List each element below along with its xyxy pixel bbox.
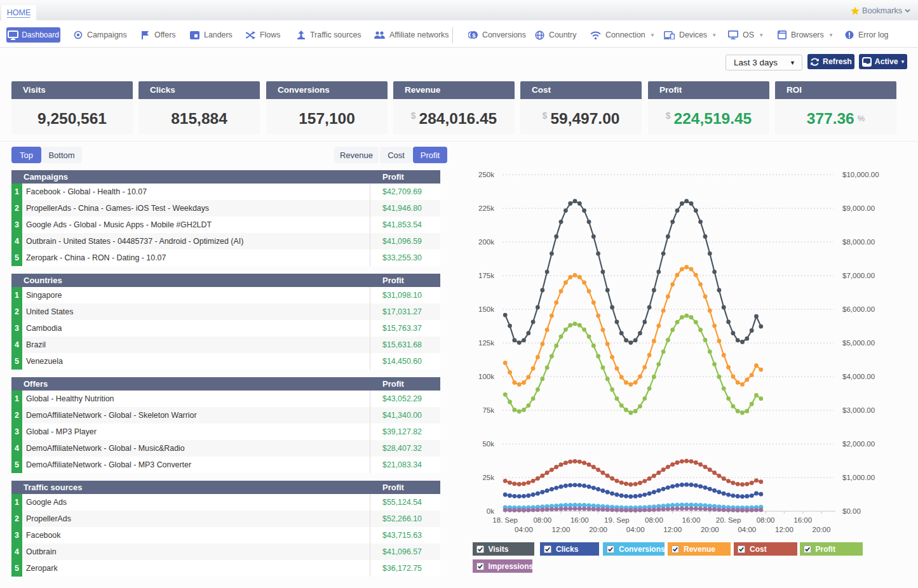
svg-text:04:00: 04:00	[626, 526, 645, 533]
svg-text:16:00: 16:00	[682, 516, 701, 524]
svg-text:50k: 50k	[482, 440, 494, 448]
svg-text:$6,000.00: $6,000.00	[842, 305, 875, 313]
svg-text:175k: 175k	[478, 272, 494, 279]
svg-text:$8,000.00: $8,000.00	[842, 238, 875, 246]
svg-text:$10,000.00: $10,000.00	[842, 171, 879, 178]
svg-text:04:00: 04:00	[515, 526, 533, 533]
svg-text:$5,000.00: $5,000.00	[842, 339, 875, 347]
svg-text:12:00: 12:00	[663, 526, 682, 533]
svg-text:$3,000.00: $3,000.00	[842, 406, 875, 414]
svg-text:20:00: 20:00	[813, 526, 831, 533]
svg-text:225k: 225k	[478, 204, 494, 212]
svg-text:200k: 200k	[478, 238, 494, 246]
svg-text:20:00: 20:00	[701, 526, 719, 533]
svg-text:08:00: 08:00	[645, 516, 663, 524]
svg-text:$4,000.00: $4,000.00	[842, 373, 875, 380]
svg-text:$2,000.00: $2,000.00	[842, 440, 875, 448]
svg-text:20:00: 20:00	[589, 526, 607, 533]
svg-text:16:00: 16:00	[570, 516, 589, 524]
svg-text:25k: 25k	[482, 474, 494, 481]
svg-text:$9,000.00: $9,000.00	[842, 204, 875, 212]
svg-text:04:00: 04:00	[738, 526, 756, 533]
svg-text:$7,000.00: $7,000.00	[842, 272, 875, 279]
svg-text:12:00: 12:00	[775, 526, 793, 533]
svg-text:19. Sep: 19. Sep	[604, 516, 630, 524]
svg-text:16:00: 16:00	[793, 516, 812, 524]
svg-text:150k: 150k	[478, 305, 494, 313]
svg-text:18. Sep: 18. Sep	[492, 516, 518, 524]
svg-text:0k: 0k	[487, 507, 494, 515]
svg-text:75k: 75k	[482, 406, 494, 414]
svg-text:$0.00: $0.00	[842, 507, 861, 515]
svg-text:12:00: 12:00	[552, 526, 570, 533]
svg-text:08:00: 08:00	[533, 516, 551, 524]
svg-text:20. Sep: 20. Sep	[716, 516, 741, 524]
svg-text:08:00: 08:00	[757, 516, 775, 524]
svg-text:125k: 125k	[478, 339, 494, 347]
svg-text:100k: 100k	[478, 373, 494, 380]
svg-text:$1,000.00: $1,000.00	[842, 474, 875, 481]
svg-text:250k: 250k	[478, 171, 494, 178]
